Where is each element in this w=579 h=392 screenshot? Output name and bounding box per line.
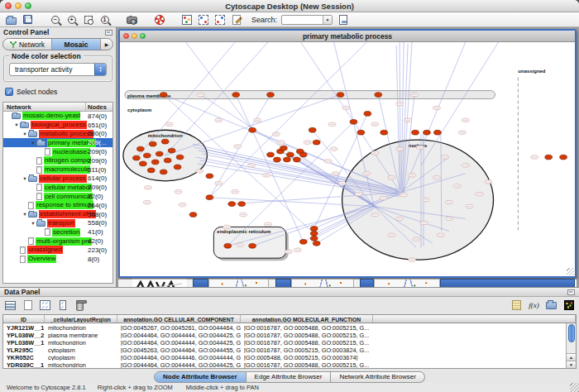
help-icon[interactable] bbox=[153, 13, 165, 26]
network-node[interactable] bbox=[156, 151, 163, 156]
network-node[interactable] bbox=[337, 93, 344, 98]
tree-row[interactable]: ▼cellular process614(0) bbox=[3, 174, 112, 184]
network-node[interactable] bbox=[238, 202, 246, 207]
disclosure-triangle-icon[interactable]: ▼ bbox=[22, 176, 28, 181]
import-attributes-icon[interactable] bbox=[545, 299, 557, 312]
delete-attributes-icon[interactable] bbox=[74, 299, 86, 312]
network-node[interactable] bbox=[143, 153, 151, 158]
network-node[interactable] bbox=[357, 130, 365, 135]
network-node[interactable] bbox=[224, 243, 232, 248]
background-window-fragment[interactable] bbox=[208, 279, 269, 287]
tab-network-attribute-browser[interactable]: Network Attribute Browser bbox=[331, 371, 424, 383]
tree-row[interactable]: nitrogen compo209(0) bbox=[3, 156, 112, 165]
network-node[interactable] bbox=[176, 155, 184, 160]
network-node[interactable] bbox=[232, 93, 240, 98]
table-row[interactable]: YPL036W__2plasma membrane[GO:0044464, GO… bbox=[3, 331, 576, 338]
tree-row[interactable]: nucleobase-209(0) bbox=[3, 147, 112, 156]
network-node[interactable] bbox=[280, 146, 288, 151]
network-node[interactable] bbox=[136, 146, 144, 151]
zoom-fit-content-icon[interactable]: 1 bbox=[98, 13, 111, 26]
network-node[interactable] bbox=[139, 161, 146, 166]
column-header[interactable]: annotation.GO MOLECULAR_FUNCTION bbox=[241, 315, 373, 323]
search-configuration-icon[interactable] bbox=[337, 13, 349, 26]
disclosure-triangle-icon[interactable]: ▼ bbox=[22, 212, 28, 217]
network-node[interactable] bbox=[380, 130, 388, 135]
search-input[interactable]: ▼ bbox=[281, 15, 333, 25]
tree-row[interactable]: ▼transport558(0) bbox=[3, 219, 112, 228]
table-row[interactable]: YLR295Ccytoplasm[GO:0045263, GO:0044464,… bbox=[3, 346, 576, 353]
tree-row[interactable]: response to stimulu264(0) bbox=[3, 201, 112, 210]
network-node[interactable] bbox=[189, 213, 197, 218]
network-node[interactable] bbox=[350, 119, 357, 124]
scroll-down-icon[interactable]: ▼ bbox=[567, 361, 576, 368]
notes-icon[interactable] bbox=[510, 299, 523, 312]
float-panel-icon[interactable] bbox=[567, 289, 575, 295]
scroll-up-icon[interactable]: ▲ bbox=[567, 353, 576, 361]
background-window-titlebar[interactable] bbox=[193, 279, 208, 287]
column-nodes[interactable]: Nodes bbox=[86, 103, 112, 111]
apply-layout-icon[interactable] bbox=[197, 13, 209, 26]
disclosure-triangle-icon[interactable]: ▼ bbox=[30, 141, 36, 146]
tree-row[interactable]: macromolecule311(0) bbox=[3, 165, 112, 174]
zoom-in-icon[interactable]: + bbox=[65, 13, 78, 26]
zoom-out-icon[interactable]: − bbox=[49, 13, 61, 26]
tree-row[interactable]: ▼metabolic process280(0) bbox=[3, 130, 112, 139]
network-node[interactable] bbox=[147, 168, 155, 173]
background-window-fragment[interactable] bbox=[374, 279, 440, 287]
network-node[interactable] bbox=[206, 195, 213, 200]
tree-row[interactable]: cellular metabol209(0) bbox=[3, 183, 112, 192]
tree-row[interactable]: multi-organism pro42(0) bbox=[3, 237, 112, 246]
background-window-fragment[interactable] bbox=[291, 279, 354, 287]
network-node[interactable] bbox=[434, 130, 442, 135]
table-row[interactable]: YJR121W__1mitochondrion[GO:0045267, GO:0… bbox=[3, 323, 576, 331]
network-node[interactable] bbox=[267, 93, 275, 98]
network-node[interactable] bbox=[412, 130, 419, 135]
network-node[interactable] bbox=[309, 127, 316, 132]
network-node[interactable] bbox=[310, 227, 318, 232]
network-node[interactable] bbox=[423, 130, 431, 135]
column-header[interactable]: ID bbox=[3, 315, 45, 323]
network-node[interactable] bbox=[228, 202, 236, 207]
network-canvas[interactable]: plasma membranecytoplasmmitochondrionnuc… bbox=[120, 42, 575, 276]
disclosure-triangle-icon[interactable]: ▼ bbox=[13, 122, 20, 127]
background-window-titlebar[interactable] bbox=[360, 279, 374, 287]
network-node[interactable] bbox=[287, 152, 294, 157]
network-node[interactable] bbox=[313, 140, 320, 145]
select-nodes-checkbox[interactable]: ✓ bbox=[5, 88, 13, 96]
network-node[interactable] bbox=[151, 160, 159, 165]
tree-row[interactable]: cell communicat22(0) bbox=[3, 192, 112, 201]
network-window-titlebar[interactable]: primary metabolic process bbox=[120, 31, 575, 42]
network-node[interactable] bbox=[149, 141, 156, 146]
network-node[interactable] bbox=[293, 157, 300, 162]
view-snapshot-icon[interactable] bbox=[126, 13, 138, 26]
background-window-titlebar[interactable] bbox=[275, 279, 291, 287]
network-node[interactable] bbox=[249, 127, 256, 132]
network-node[interactable] bbox=[161, 139, 169, 144]
tree-row[interactable]: ▼primary metabol209(... bbox=[3, 138, 112, 147]
tree-row[interactable]: ▼establishment of lo558(0) bbox=[3, 210, 112, 219]
disclosure-triangle-icon[interactable]: ▼ bbox=[22, 131, 28, 136]
layout-settings-icon[interactable] bbox=[213, 13, 226, 26]
tree-row[interactable]: unassigned223(0) bbox=[3, 246, 112, 255]
network-node[interactable] bbox=[206, 174, 213, 179]
network-node[interactable] bbox=[299, 239, 307, 244]
tree-row[interactable]: ▼biological_process651(0) bbox=[3, 121, 112, 130]
zoom-selected-region-icon[interactable] bbox=[82, 13, 94, 26]
search-dropdown-icon[interactable]: ▼ bbox=[323, 16, 332, 24]
window-resize-grip[interactable] bbox=[567, 268, 574, 275]
network-node[interactable] bbox=[364, 112, 371, 117]
network-node[interactable] bbox=[174, 165, 181, 170]
tree-row[interactable]: mosaic-demo-yeast874(0) bbox=[3, 112, 112, 121]
tab-edge-attribute-browser[interactable]: Edge Attribute Browser bbox=[246, 371, 332, 383]
network-node[interactable] bbox=[160, 93, 167, 98]
network-node[interactable] bbox=[310, 231, 318, 236]
network-node[interactable] bbox=[160, 170, 167, 174]
compartment-plasma-membrane[interactable] bbox=[125, 91, 495, 99]
tab-overflow-arrow[interactable]: ▶ bbox=[101, 39, 112, 50]
table-scrollbar[interactable]: ▲ ▼ bbox=[566, 323, 576, 368]
scrollbar-thumb[interactable] bbox=[568, 324, 575, 342]
network-node[interactable] bbox=[313, 241, 320, 246]
window-resize-grip[interactable] bbox=[570, 383, 579, 392]
matrix-view-icon[interactable] bbox=[562, 299, 575, 312]
tab-network[interactable]: Network bbox=[3, 39, 52, 50]
